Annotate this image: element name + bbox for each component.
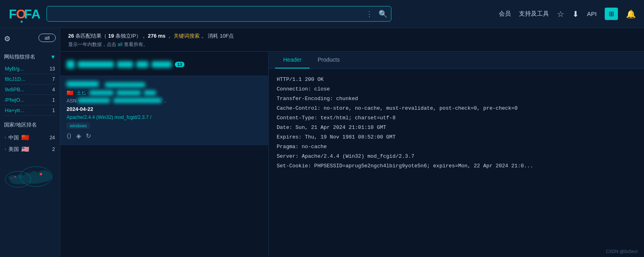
header-line: Server: Apache/2.4.4 (Win32) mod_fcgid/2…	[277, 152, 636, 161]
svg-text:A: A	[31, 7, 40, 21]
content-area: 26 条匹配结果（ 19 条独立IP）， 276 ms ， 关键词搜索 。 消耗…	[60, 28, 644, 257]
url-blur-2	[117, 61, 133, 68]
api-button[interactable]: API	[587, 10, 597, 17]
header-line: Set-Cookie: PHPSESSID=aprug5e2ngch4lbirg…	[277, 162, 636, 171]
favicon-blur	[67, 60, 75, 68]
header-line: Pragma: no-cache	[277, 143, 636, 151]
result-card-2-meta	[67, 81, 262, 87]
result-card-1-header: 13	[67, 60, 262, 68]
result-card-1[interactable]: 13	[60, 56, 268, 76]
detail-content: HTTP/1.1 200 OKConnection: closeTransfer…	[269, 69, 644, 178]
member-link[interactable]: 会员	[499, 10, 511, 18]
fingerprint-list: MyB/g...13f8cJ1D...79v6PB...4/PfwjO...1H…	[4, 64, 56, 116]
result-location: 🇨🇳 土匕	[67, 90, 262, 96]
asn-blur	[78, 98, 110, 103]
search-bar: app="LANWON-临床浏览系统" ⋮ 🔍	[47, 6, 391, 22]
result-actions: ⟨⟩ ◈ ↻	[67, 132, 262, 140]
search-options-button[interactable]: ⋮	[365, 9, 374, 19]
sidebar-fingerprint-item[interactable]: Ha+ytr...1	[4, 105, 56, 116]
header-line: Content-Type: text/html; charset=utf-8	[277, 114, 636, 122]
sidebar-fingerprint-item[interactable]: MyB/g...13	[4, 64, 56, 74]
results-list: 13 🇨🇳 土匕	[60, 52, 269, 257]
url-blur-3	[136, 61, 148, 68]
sidebar-country-item[interactable]: ›美国🇺🇸2	[4, 143, 56, 155]
main-layout: ⚙ all 网站指纹排名 ▼ MyB/g...13f8cJ1D...79v6PB…	[0, 28, 644, 257]
tab-products[interactable]: Products	[310, 52, 348, 68]
all-tag[interactable]: all	[38, 34, 56, 42]
filter-icon[interactable]: ⚙	[4, 34, 10, 43]
header-line: Cache-Control: no-store, no-cache, must-…	[277, 104, 636, 113]
result-asn: ASN .	[67, 98, 262, 104]
fofa-logo: F O F A	[8, 4, 40, 24]
sidebar: ⚙ all 网站指纹排名 ▼ MyB/g...13f8cJ1D...79v6PB…	[0, 28, 60, 257]
detail-blur	[144, 90, 156, 95]
download-icon[interactable]: ⬇	[572, 9, 579, 19]
header-right: 会员 支持及工具 ☆ ⬇ API ⊞ 🔔	[499, 8, 636, 20]
keyword-search-link[interactable]: 关键词搜索	[174, 33, 200, 39]
attribution: CSDN @0xSecI	[606, 249, 638, 254]
header-line: Connection: close	[277, 85, 636, 94]
ip-count: 19	[108, 33, 114, 39]
result-count: 26	[68, 33, 74, 39]
china-flag: 🇨🇳	[67, 90, 73, 96]
city-blur	[89, 90, 113, 95]
windows-tag: windows	[67, 122, 90, 129]
top-header: F O F A app="LANWON-临床浏览系统" ⋮ 🔍 会员 支持及工具…	[0, 0, 644, 28]
refresh-icon[interactable]: ↻	[86, 132, 91, 140]
result-server: Apache/2.4.4 (Win32) mod_fcgid/2.3.7 /	[67, 114, 262, 120]
sidebar-country-item[interactable]: ›中国🇨🇳24	[4, 132, 56, 143]
code-icon[interactable]: ⟨⟩	[67, 132, 71, 140]
svg-point-7	[40, 173, 42, 175]
svg-text:F: F	[9, 7, 17, 21]
all-results-link[interactable]: all	[117, 42, 122, 47]
results-bar: 26 条匹配结果（ 19 条独立IP）， 276 ms ， 关键词搜索 。 消耗…	[60, 28, 644, 52]
svg-point-4	[21, 20, 23, 22]
grid-view-button[interactable]: ⊞	[605, 8, 618, 20]
tools-link[interactable]: 支持及工具	[519, 10, 549, 18]
search-input[interactable]: app="LANWON-临床浏览系统"	[47, 6, 391, 22]
detail-panel: Header Products HTTP/1.1 200 OKConnectio…	[269, 52, 644, 257]
star-icon[interactable]: ☆	[557, 9, 564, 19]
cube-icon[interactable]: ◈	[76, 132, 81, 140]
result-card-2[interactable]: 🇨🇳 土匕 ASN . 2024-04-22	[60, 76, 268, 145]
header-line: Date: Sun, 21 Apr 2024 21:01:10 GMT	[277, 123, 636, 132]
response-time: 276 ms	[148, 33, 166, 39]
header-line: Expires: Thu, 19 Nov 1981 08:52:00 GMT	[277, 133, 636, 142]
fingerprint-section-title: 网站指纹排名 ▼	[4, 53, 56, 60]
badge-13: 13	[175, 62, 184, 67]
notification-icon[interactable]: 🔔	[626, 9, 636, 19]
tab-header[interactable]: Header	[275, 52, 310, 68]
country-section-title: 国家/地区排名	[4, 121, 56, 128]
header-line: Transfer-Encoding: chunked	[277, 94, 636, 103]
search-icon-group: ⋮ 🔍	[365, 9, 388, 19]
domain-blur	[105, 82, 145, 87]
search-submit-button[interactable]: 🔍	[378, 9, 388, 19]
url-blur-4	[152, 61, 172, 68]
filter-funnel-icon[interactable]: ▼	[50, 54, 56, 60]
sidebar-fingerprint-item[interactable]: f8cJ1D...7	[4, 74, 56, 84]
sidebar-fingerprint-item[interactable]: 9v6PB...4	[4, 84, 56, 95]
country-list: ›中国🇨🇳24›美国🇺🇸2	[4, 132, 56, 155]
world-map	[4, 161, 56, 193]
svg-point-8	[14, 176, 16, 177]
header-line: HTTP/1.1 200 OK	[277, 75, 636, 84]
result-date: 2024-04-22	[67, 106, 262, 112]
isp-blur	[117, 90, 141, 95]
ip-blur	[67, 81, 99, 87]
svg-text:F: F	[24, 7, 32, 21]
location-text: 土匕	[77, 90, 86, 96]
org-blur	[113, 98, 162, 103]
detail-tabs: Header Products	[269, 52, 644, 69]
result-tags: windows	[67, 122, 262, 129]
sidebar-fingerprint-item[interactable]: /PfwjO...1	[4, 95, 56, 105]
results-split: 13 🇨🇳 土匕	[60, 52, 644, 257]
url-blur-1	[78, 61, 114, 68]
